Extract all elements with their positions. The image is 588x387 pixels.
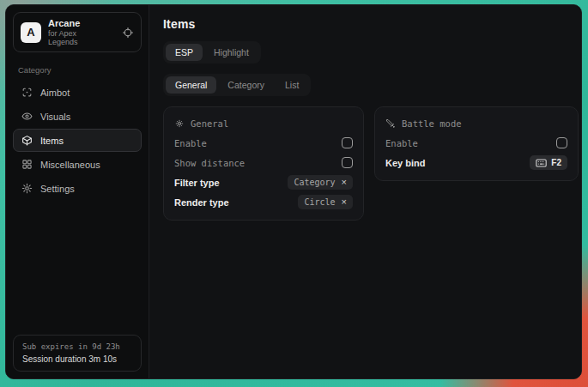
tab-category[interactable]: Category <box>218 76 274 94</box>
app-logo: A <box>21 22 41 43</box>
render-type-tag[interactable]: Circle × <box>298 195 353 209</box>
session-duration-text: Session duration 3m 10s <box>22 354 132 364</box>
sidebar-item-label: Settings <box>40 184 75 194</box>
sidebar-item-miscellaneous[interactable]: Miscellaneous <box>13 153 142 176</box>
sidebar-item-settings[interactable]: Settings <box>13 177 142 200</box>
panel-title: General <box>191 118 228 129</box>
setting-label: Render type <box>174 197 229 208</box>
sidebar: A Arcane for Apex Legends Category Aimbo… <box>6 5 149 378</box>
key-bind-value: F2 <box>551 158 561 167</box>
cube-icon <box>21 135 33 146</box>
gear-icon <box>21 183 33 194</box>
setting-row-filter-type: Filter type Category × <box>174 172 353 192</box>
setting-label: Show distance <box>174 158 245 168</box>
sub-expires-text: Sub expires in 9d 23h <box>22 342 132 351</box>
sidebar-item-label: Items <box>40 136 64 146</box>
app-name: Arcane <box>48 18 108 28</box>
app-window: A Arcane for Apex Legends Category Aimbo… <box>5 4 582 379</box>
tag-value: Category <box>294 178 335 187</box>
setting-row-enable: Enable <box>385 133 567 153</box>
setting-row-key-bind: Key bind F2 <box>385 153 567 172</box>
key-bind-button[interactable]: F2 <box>530 155 567 170</box>
filter-type-tag[interactable]: Category × <box>288 175 353 190</box>
sidebar-item-items[interactable]: Items <box>13 129 142 152</box>
sidebar-section-label: Category <box>18 65 136 75</box>
setting-label: Key bind <box>385 158 425 168</box>
aimbot-scope-icon <box>21 87 33 98</box>
sidebar-item-label: Aimbot <box>40 88 70 98</box>
sidebar-item-label: Miscellaneous <box>40 160 100 170</box>
sidebar-item-label: Visuals <box>40 112 70 122</box>
battle-mode-panel: Battle mode Enable Key bind <box>374 106 579 181</box>
tab-highlight[interactable]: Highlight <box>204 44 258 61</box>
setting-row-enable: Enable <box>174 133 353 153</box>
sword-icon <box>385 118 396 129</box>
panel-title: Battle mode <box>402 118 462 129</box>
general-panel: General Enable Show distance Filter type… <box>163 106 364 221</box>
tab-esp[interactable]: ESP <box>166 44 203 61</box>
main-content: Items ESP Highlight General Category Lis… <box>149 5 582 378</box>
battle-enable-checkbox[interactable] <box>556 137 567 148</box>
sidebar-item-visuals[interactable]: Visuals <box>13 105 142 128</box>
close-icon[interactable]: × <box>342 178 347 187</box>
crosshair-target-icon[interactable] <box>122 27 134 39</box>
sidebar-item-aimbot[interactable]: Aimbot <box>13 81 142 104</box>
tab-general[interactable]: General <box>166 76 216 94</box>
app-subtitle: for Apex Legends <box>48 29 108 46</box>
enable-checkbox[interactable] <box>342 137 353 148</box>
eye-icon <box>21 111 33 122</box>
view-tab-group: General Category List <box>163 74 311 96</box>
keyboard-icon <box>536 159 547 167</box>
setting-row-render-type: Render type Circle × <box>174 192 353 212</box>
close-icon[interactable]: × <box>342 197 347 207</box>
setting-label: Filter type <box>174 178 220 188</box>
setting-label: Enable <box>385 138 418 148</box>
sun-icon <box>174 118 185 129</box>
page-title: Items <box>163 17 579 31</box>
grid-icon <box>21 159 33 170</box>
sidebar-header: A Arcane for Apex Legends <box>13 12 142 52</box>
tag-value: Circle <box>304 197 335 207</box>
setting-row-show-distance: Show distance <box>174 153 353 172</box>
tab-list[interactable]: List <box>276 76 308 94</box>
show-distance-checkbox[interactable] <box>342 157 353 168</box>
mode-tab-group: ESP Highlight <box>163 41 261 63</box>
setting-label: Enable <box>174 138 207 148</box>
subscription-info-card: Sub expires in 9d 23h Session duration 3… <box>13 335 142 372</box>
